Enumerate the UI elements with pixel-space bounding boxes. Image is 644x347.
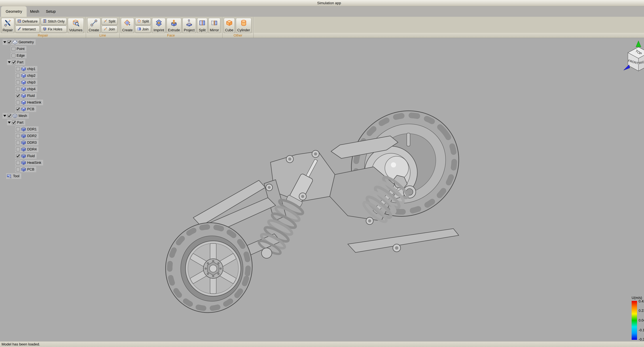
tree-item-geometry-pcb[interactable]: PCB — [0, 106, 43, 112]
stitch-only-button[interactable]: Stitch Only — [41, 18, 66, 25]
ribbon-group-label-face: Face — [120, 33, 222, 38]
checkbox[interactable] — [12, 120, 16, 124]
tree-item-ddr3[interactable]: DDR3 — [0, 140, 43, 146]
view-cube[interactable]: TOP FRONT RIGHT — [622, 38, 644, 74]
face-join-button[interactable]: Join — [135, 26, 151, 33]
tree-item-mesh-heatsink[interactable]: HeatSink — [0, 160, 43, 166]
tab-mesh[interactable]: Mesh — [27, 6, 42, 17]
expand-arrow[interactable] — [8, 61, 11, 65]
line-join-button[interactable]: Join — [102, 26, 117, 33]
part-cube-icon — [21, 93, 26, 98]
imprint-button[interactable]: Imprint — [152, 18, 166, 33]
checkbox[interactable] — [16, 67, 20, 71]
model-tree: Geometry Point Edge Part chip1 chip2 chi… — [0, 39, 43, 179]
geometry-cube-icon — [12, 40, 18, 44]
checkbox[interactable] — [16, 100, 20, 104]
checkbox[interactable] — [12, 60, 16, 64]
tree-item-chip2[interactable]: chip2 — [0, 73, 43, 78]
extrude-button[interactable]: Extrude — [167, 18, 181, 33]
face-split-2-button[interactable]: Split — [197, 18, 207, 33]
tree-item-mesh-pcb[interactable]: PCB — [0, 166, 43, 172]
cylinder-button[interactable]: Cylinder — [236, 18, 251, 33]
checkbox[interactable] — [16, 141, 20, 145]
checkbox[interactable] — [16, 127, 20, 131]
view-cube-axis-up — [636, 41, 641, 47]
checkbox[interactable] — [16, 168, 20, 172]
tree-item-chip3[interactable]: chip3 — [0, 80, 43, 85]
ribbon-group-other: Cube Cylinder Other — [222, 17, 254, 38]
tree-item-ddr1[interactable]: DDR1 — [0, 126, 43, 132]
tree-item-geometry-fluid[interactable]: Fluid — [0, 93, 43, 98]
ribbon-group-label-other: Other — [222, 33, 254, 38]
mirror-button[interactable]: Mirror — [208, 18, 220, 33]
ribbon-group-line: Create Split Join — [86, 17, 120, 38]
checkbox[interactable] — [12, 47, 16, 51]
volumes-icon — [72, 19, 79, 28]
result-legend: U(m/s) 0.43718 0.23937 0.041565 -0.15624… — [631, 296, 644, 340]
expand-arrow[interactable] — [3, 41, 6, 44]
checkbox[interactable] — [16, 107, 20, 111]
tree-item-mesh-fluid[interactable]: Fluid — [0, 153, 43, 159]
checkbox[interactable] — [16, 134, 20, 138]
tree-item-tool[interactable]: Tool — [0, 173, 43, 179]
line-join-icon — [104, 27, 108, 32]
model-3d[interactable] — [0, 38, 644, 341]
fix-holes-button[interactable]: Fix Holes — [41, 26, 66, 33]
ribbon-group-label-line: Line — [86, 33, 120, 38]
volumes-button[interactable]: Volumes — [68, 18, 84, 33]
tree-item-edge[interactable]: Edge — [0, 53, 43, 58]
tree-item-point[interactable]: Point — [0, 46, 43, 52]
viewport-3d[interactable]: Geometry Point Edge Part chip1 chip2 chi… — [0, 38, 644, 341]
checkbox[interactable] — [7, 114, 11, 118]
tree-item-chip1[interactable]: chip1 — [0, 66, 43, 72]
tree-item-ddr4[interactable]: DDR4 — [0, 146, 43, 152]
ribbon-group-face: Create Split Join — [120, 17, 222, 38]
tab-setup[interactable]: Setup — [42, 6, 59, 17]
stitch-icon — [43, 19, 47, 24]
face-split-icon — [137, 19, 141, 24]
checkbox[interactable] — [16, 147, 20, 151]
front-wheel — [155, 212, 263, 323]
tree-item-mesh-part[interactable]: Part — [0, 120, 43, 125]
checkbox[interactable] — [12, 54, 16, 58]
cube-button[interactable]: Cube — [224, 18, 235, 33]
tree-item-chip4[interactable]: chip4 — [0, 86, 43, 92]
face-split-2-icon — [198, 19, 206, 28]
fix-holes-icon — [43, 27, 47, 32]
tree-item-ddr2[interactable]: DDR2 — [0, 133, 43, 139]
checkbox[interactable] — [16, 80, 20, 84]
line-split-button[interactable]: Split — [102, 18, 117, 25]
defeature-icon — [18, 19, 21, 24]
tab-geometry[interactable]: Geometry — [1, 6, 27, 17]
intersect-button[interactable]: Intersect — [16, 26, 40, 33]
extrude-icon — [170, 19, 178, 28]
part-cube-icon — [21, 86, 26, 92]
checkbox[interactable] — [16, 94, 20, 98]
cube-icon — [226, 19, 233, 28]
defeature-button[interactable]: Defeature — [16, 18, 40, 25]
tree-item-geometry[interactable]: Geometry — [0, 39, 43, 45]
project-button[interactable]: Project — [182, 18, 196, 33]
tool-icon — [7, 174, 12, 178]
window-titlebar: Simulation app — [0, 0, 644, 6]
checkbox[interactable] — [16, 154, 20, 158]
line-create-button[interactable]: Create — [87, 18, 100, 33]
face-create-button[interactable]: Create — [121, 18, 134, 33]
face-create-icon — [124, 19, 131, 28]
tree-item-geometry-part[interactable]: Part — [0, 60, 43, 65]
tree-item-geometry-heatsink[interactable]: HeatSink — [0, 100, 43, 105]
repair-button[interactable]: Repair — [1, 18, 14, 33]
line-create-icon — [90, 19, 98, 28]
window-title: Simulation app — [317, 1, 341, 5]
checkbox[interactable] — [16, 87, 20, 91]
checkbox[interactable] — [7, 40, 11, 44]
checkbox[interactable] — [16, 161, 20, 165]
mesh-part-cube-icon — [21, 127, 26, 132]
project-icon — [186, 19, 193, 28]
legend-tick: 0.041565 — [638, 318, 644, 322]
checkbox[interactable] — [16, 74, 20, 78]
expand-arrow[interactable] — [3, 115, 6, 118]
face-split-button[interactable]: Split — [135, 18, 151, 25]
expand-arrow[interactable] — [8, 122, 11, 125]
tree-item-mesh[interactable]: Mesh — [0, 113, 43, 119]
